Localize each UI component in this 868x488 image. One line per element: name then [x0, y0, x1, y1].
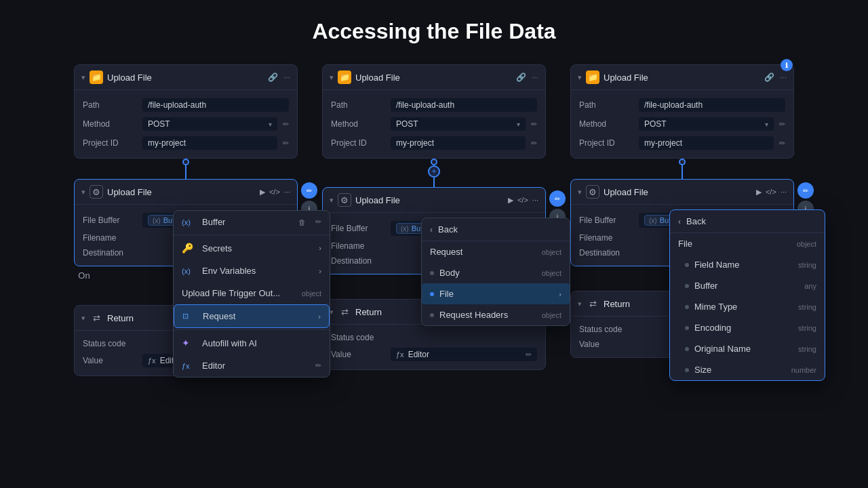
action-header-actions-3: ▶ </> ··· — [756, 188, 787, 197]
filename-label-2: Filename — [331, 241, 385, 251]
return-chevron-3[interactable]: ▾ — [578, 300, 582, 308]
value-label-2: Value — [331, 350, 385, 359]
method-edit-icon-3[interactable]: ✏ — [779, 120, 785, 129]
folder-icon-2: 📁 — [338, 70, 351, 84]
project-edit-icon-3[interactable]: ✏ — [779, 139, 785, 148]
column-2: ▾ 📁 Upload File 🔗 ··· Path /file-upload-… — [322, 64, 546, 376]
more-action-icon-2[interactable]: ··· — [532, 196, 538, 204]
chevron-icon-2[interactable]: ▾ — [330, 73, 334, 82]
column-3: ℹ ▾ 📁 Upload File 🔗 ··· Path /file-uploa… — [570, 64, 794, 376]
status-code-row-2: Status code — [331, 330, 537, 345]
value-label-3: Value — [579, 340, 633, 349]
dropdown-request[interactable]: ⊡ Request › — [174, 304, 330, 328]
action-chevron-2[interactable]: ▾ — [330, 196, 334, 205]
request-arrow: › — [318, 312, 321, 321]
more-icon-2[interactable]: ··· — [532, 73, 538, 82]
connector-plus[interactable]: + — [428, 165, 440, 178]
dropdown-secrets[interactable]: 🔑 Secrets › — [174, 237, 330, 260]
action-header-1: ▾ ⚙ Upload File ▶ </> ··· ✏ ℹ — [75, 180, 297, 205]
action-icon: ⚙ — [90, 185, 103, 199]
dropdown-trigger-out[interactable]: Upload File Trigger Out... object — [174, 282, 330, 304]
action-title-2: Upload File — [355, 195, 504, 205]
x-icon: (x) — [153, 217, 161, 224]
link-icon-3[interactable]: 🔗 — [764, 73, 774, 82]
connector-line-1 — [185, 165, 186, 179]
action-chevron-3[interactable]: ▾ — [578, 188, 582, 197]
path-label-3: Path — [579, 100, 633, 110]
column-1: ▾ 📁 Upload File 🔗 ··· Path /file-upload-… — [74, 64, 298, 376]
code-icon-3[interactable]: </> — [766, 188, 776, 196]
code-icon[interactable]: </> — [269, 188, 280, 196]
method-row-3: Method POST ▾ ✏ — [579, 115, 785, 134]
link-icon-2[interactable]: 🔗 — [516, 73, 526, 82]
trigger-body-3: Path /file-upload-auth Method POST ▾ ✏ P… — [571, 90, 793, 158]
more-icon-3[interactable]: ··· — [780, 73, 787, 82]
trigger-header-actions-1: 🔗 ··· — [268, 73, 290, 82]
indicator-edit-3[interactable]: ✏ — [797, 182, 814, 199]
trigger-node-2: ▾ 📁 Upload File 🔗 ··· Path /file-upload-… — [322, 64, 546, 159]
more-action-icon[interactable]: ··· — [284, 188, 290, 196]
encoding-item[interactable]: Encoding string — [670, 317, 825, 338]
link-icon[interactable]: 🔗 — [268, 73, 278, 82]
file-item[interactable]: File › — [422, 283, 570, 304]
trigger-header-actions-2: 🔗 ··· — [516, 73, 538, 82]
status-code-label-2: Status code — [331, 333, 385, 342]
action-title-3: Upload File — [604, 187, 752, 197]
buffer-item[interactable]: Buffer any — [670, 275, 825, 296]
action-chevron-icon[interactable]: ▾ — [81, 188, 85, 197]
project-edit-icon-2[interactable]: ✏ — [531, 139, 537, 148]
mime-type-item[interactable]: Mime Type string — [670, 296, 825, 317]
method-dropdown-icon-3: ▾ — [765, 121, 768, 128]
original-name-item[interactable]: Original Name string — [670, 338, 825, 359]
trigger-header-3: ▾ 📁 Upload File 🔗 ··· — [571, 65, 793, 90]
return-icon-2: ⇄ — [338, 305, 351, 319]
path-value-3: /file-upload-auth — [639, 98, 785, 112]
field-name-item[interactable]: Field Name string — [670, 254, 825, 275]
play-icon-2[interactable]: ▶ — [508, 196, 513, 205]
file-buffer-label: File Buffer — [83, 216, 137, 225]
indicator-edit-2[interactable]: ✏ — [549, 190, 566, 207]
code-icon-2[interactable]: </> — [517, 196, 528, 204]
folder-icon: 📁 — [90, 70, 103, 84]
method-label-3: Method — [579, 119, 633, 129]
project-row-2: Project ID my-project ✏ — [331, 134, 537, 152]
path-row-3: Path /file-upload-auth — [579, 96, 785, 115]
more-action-icon-3[interactable]: ··· — [781, 188, 787, 196]
request-item: Request object — [422, 241, 570, 262]
method-edit-icon-2[interactable]: ✏ — [531, 120, 537, 129]
dropdown-editor[interactable]: ƒx Editor ✏ — [174, 354, 330, 377]
back-label-3: Back — [686, 216, 706, 226]
more-icon[interactable]: ··· — [283, 73, 290, 82]
value-label-1: Value — [83, 356, 137, 365]
return-chevron[interactable]: ▾ — [81, 314, 85, 323]
connector-line-5 — [682, 165, 683, 179]
back-button-2[interactable]: ‹ Back — [422, 218, 570, 241]
indicator-edit[interactable]: ✏ — [301, 182, 317, 199]
method-value-2[interactable]: POST ▾ — [391, 117, 526, 131]
dropdown-buffer[interactable]: (x) Buffer 🗑 ✏ — [174, 211, 330, 233]
trigger-body-1: Path /file-upload-auth Method POST ▾ ✏ P… — [75, 90, 297, 158]
back-arrow-3: ‹ — [678, 217, 681, 226]
connector-line-3 — [433, 178, 435, 187]
dropdown-env-variables[interactable]: (x) Env Variables › — [174, 260, 330, 282]
project-edit-icon[interactable]: ✏ — [283, 139, 289, 148]
folder-icon-3: 📁 — [586, 70, 599, 84]
play-icon[interactable]: ▶ — [260, 188, 265, 197]
chevron-icon-3[interactable]: ▾ — [578, 73, 582, 82]
method-value[interactable]: POST ▾ — [142, 117, 277, 131]
file-buffer-label-2: File Buffer — [331, 224, 385, 233]
dropdown-autofill[interactable]: ✦ Autofill with AI — [174, 331, 330, 354]
chevron-icon[interactable]: ▾ — [81, 73, 85, 82]
trigger-header-actions-3: 🔗 ··· — [764, 73, 787, 82]
trigger-header-1: ▾ 📁 Upload File 🔗 ··· — [75, 65, 297, 90]
path-row-2: Path /file-upload-auth — [331, 96, 537, 115]
back-button-3[interactable]: ‹ Back — [670, 210, 825, 233]
method-edit-icon[interactable]: ✏ — [283, 120, 289, 129]
return-body-2: Status code Value ƒx Editor ✏ — [323, 325, 545, 369]
request-headers-item: Request Headers object — [422, 304, 570, 325]
size-item[interactable]: Size number — [670, 359, 825, 380]
method-value-3[interactable]: POST ▾ — [639, 117, 774, 131]
play-icon-3[interactable]: ▶ — [756, 188, 762, 197]
back-arrow-2: ‹ — [430, 225, 433, 235]
path-value-2: /file-upload-auth — [391, 98, 537, 112]
